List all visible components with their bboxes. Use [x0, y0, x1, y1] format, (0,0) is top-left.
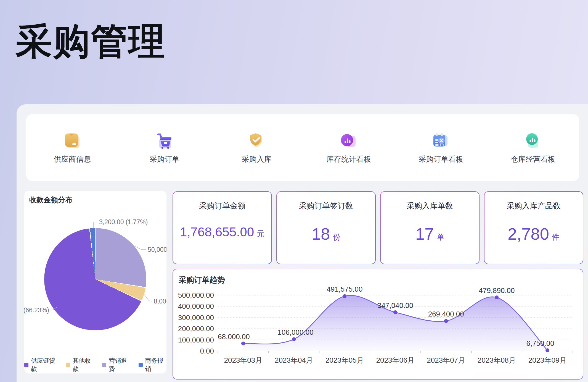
legend-label: 其他收款: [73, 357, 94, 373]
svg-text:2023年04月: 2023年04月: [275, 356, 313, 364]
svg-text:479,890.00: 479,890.00: [479, 286, 515, 295]
legend-item[interactable]: 营销退费: [102, 357, 130, 373]
shortcut-supplier-info[interactable]: 供应商信息: [41, 131, 104, 164]
shortcut-purchase-inbound[interactable]: 采购入库: [225, 131, 288, 164]
shield-check-icon: [247, 131, 267, 151]
stat-card-order-amount: 采购订单金额 1,768,655.00元: [173, 191, 272, 264]
svg-text:2023年06月: 2023年06月: [376, 356, 415, 364]
legend-label: 营销退费: [109, 357, 130, 373]
svg-text:2023年07月: 2023年07月: [427, 356, 465, 364]
legend-swatch: [102, 363, 106, 367]
svg-text:300,000.00: 300,000.00: [178, 313, 214, 322]
shortcut-purchase-order[interactable]: 采购订单: [133, 131, 196, 164]
shortcut-label: 采购订单看板: [419, 154, 463, 164]
shortcuts-card: 供应商信息 采购订单 采购入库: [26, 114, 579, 181]
shortcut-label: 采购入库: [242, 154, 272, 164]
legend-swatch: [66, 363, 70, 367]
stat-title: 采购订单签订数: [277, 201, 375, 211]
legend-item[interactable]: 商务报销: [139, 357, 166, 373]
svg-text:68,000.00: 68,000.00: [218, 333, 250, 341]
shortcut-warehouse-dashboard[interactable]: 仓库经营看板: [501, 131, 565, 164]
stat-card-inbound-products: 采购入库产品数 2,780件: [484, 191, 583, 264]
stat-title: 采购订单金额: [173, 201, 271, 211]
svg-text:491,575.00: 491,575.00: [327, 285, 362, 293]
stat-title: 采购入库产品数: [484, 201, 583, 211]
svg-text:2023年09月: 2023年09月: [528, 356, 567, 364]
stat-card-inbound-count: 采购入库单数 17单: [380, 191, 480, 264]
cart-icon: [155, 131, 174, 151]
svg-text:106,000.00: 106,000.00: [278, 328, 314, 336]
pie-label-marketing-refund: 50,000.00: [148, 246, 166, 253]
legend-label: 商务报销: [145, 357, 166, 373]
svg-text:6,750.00: 6,750.00: [526, 339, 554, 347]
svg-text:200,000.00: 200,000.00: [178, 325, 214, 333]
pie-label-business-reimbursement: 3,200.00 (1.77%): [99, 218, 148, 226]
svg-text:400,000.00: 400,000.00: [178, 302, 214, 310]
trend-chart-card: 采购订单趋势 500,000.00400,000.00300,000.00200…: [173, 269, 583, 380]
order-board-icon: [431, 131, 451, 151]
page-title: 采购管理: [16, 17, 166, 66]
pie-chart: [44, 228, 146, 330]
shortcut-inventory-dashboard[interactable]: 库存统计看板: [317, 131, 380, 164]
svg-text:500,000.00: 500,000.00: [178, 291, 214, 299]
svg-text:2023年05月: 2023年05月: [325, 356, 364, 364]
pie-chart-card: 收款金额分布 3,200.00 (1.77%) 50,000.00 8,000.…: [24, 191, 166, 373]
stat-title: 采购入库单数: [381, 201, 479, 211]
legend-swatch: [139, 363, 143, 367]
trend-area-chart: 500,000.00400,000.00300,000.00200,000.00…: [173, 269, 583, 379]
stat-value: 17单: [381, 224, 479, 244]
pie-chart-title: 收款金额分布: [29, 195, 72, 205]
legend-label: 供应链贷款: [31, 357, 58, 373]
svg-text:0.00: 0.00: [200, 347, 214, 355]
svg-text:2023年03月: 2023年03月: [224, 356, 263, 364]
shortcut-label: 仓库经营看板: [511, 154, 555, 164]
stat-value: 1,768,655.00元: [173, 224, 271, 239]
pie-label-other-income: 8,000.00: [154, 298, 166, 305]
svg-text:100,000.00: 100,000.00: [178, 336, 214, 344]
stat-value: 18份: [277, 224, 375, 244]
inventory-chart-icon: [339, 131, 359, 151]
shortcut-order-dashboard[interactable]: 采购订单看板: [409, 131, 473, 164]
svg-text:269,400.00: 269,400.00: [428, 310, 464, 318]
legend-item[interactable]: 供应链贷款: [24, 357, 58, 373]
shortcut-label: 采购订单: [150, 154, 179, 164]
pie-label-supply-chain-loan: (66.23%): [24, 307, 49, 314]
pie-legend: 供应链贷款其他收款营销退费商务报销: [24, 357, 166, 373]
warehouse-chart-icon: [523, 131, 543, 151]
legend-item[interactable]: 其他收款: [66, 357, 94, 373]
stat-card-orders-signed: 采购订单签订数 18份: [276, 191, 376, 264]
folder-icon: [62, 131, 82, 151]
legend-swatch: [24, 363, 28, 367]
shortcut-label: 供应商信息: [54, 154, 91, 164]
svg-text:2023年08月: 2023年08月: [478, 356, 516, 364]
shortcut-label: 库存统计看板: [326, 154, 371, 164]
svg-text:347,040.00: 347,040.00: [377, 301, 413, 310]
stat-value: 2,780件: [484, 224, 583, 244]
